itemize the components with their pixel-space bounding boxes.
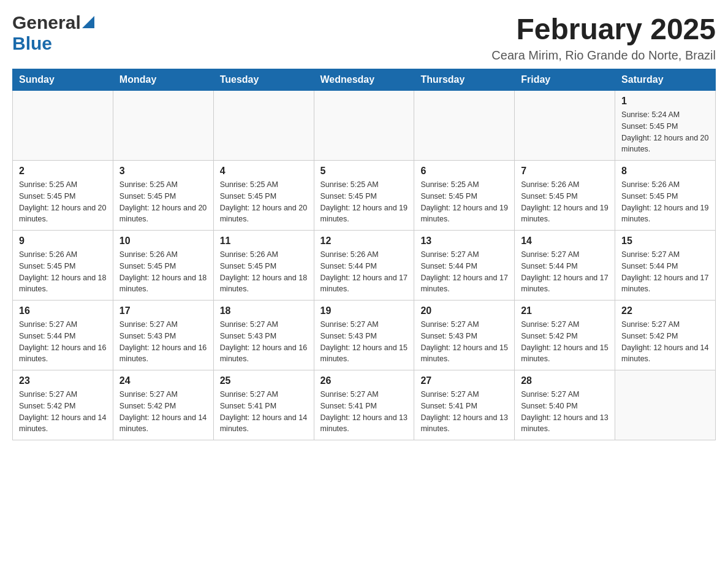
calendar-day-cell: 20Sunrise: 5:27 AM Sunset: 5:43 PM Dayli…: [414, 301, 515, 370]
calendar-subtitle: Ceara Mirim, Rio Grande do Norte, Brazil: [491, 48, 716, 63]
calendar-week-row: 16Sunrise: 5:27 AM Sunset: 5:44 PM Dayli…: [13, 301, 716, 370]
day-info: Sunrise: 5:25 AM Sunset: 5:45 PM Dayligh…: [420, 179, 508, 225]
day-info: Sunrise: 5:27 AM Sunset: 5:43 PM Dayligh…: [220, 319, 308, 365]
day-info: Sunrise: 5:27 AM Sunset: 5:42 PM Dayligh…: [521, 319, 609, 365]
day-number: 8: [621, 166, 709, 177]
calendar-day-header: Monday: [113, 69, 213, 91]
day-number: 24: [119, 375, 207, 386]
calendar-week-row: 2Sunrise: 5:25 AM Sunset: 5:45 PM Daylig…: [13, 161, 716, 231]
day-number: 22: [621, 305, 709, 316]
calendar-day-cell: 5Sunrise: 5:25 AM Sunset: 5:45 PM Daylig…: [314, 161, 414, 231]
day-number: 17: [119, 305, 207, 316]
calendar-day-cell: 24Sunrise: 5:27 AM Sunset: 5:42 PM Dayli…: [113, 370, 213, 440]
calendar-day-cell: 28Sunrise: 5:27 AM Sunset: 5:40 PM Dayli…: [515, 370, 615, 440]
calendar-day-header: Friday: [515, 69, 615, 91]
day-info: Sunrise: 5:26 AM Sunset: 5:45 PM Dayligh…: [220, 249, 308, 295]
day-info: Sunrise: 5:27 AM Sunset: 5:41 PM Dayligh…: [320, 389, 408, 435]
calendar-day-cell: [314, 91, 414, 161]
calendar-day-cell: 13Sunrise: 5:27 AM Sunset: 5:44 PM Dayli…: [414, 231, 515, 301]
calendar-header-row: SundayMondayTuesdayWednesdayThursdayFrid…: [13, 69, 716, 91]
day-number: 18: [220, 305, 308, 316]
calendar-day-header: Wednesday: [314, 69, 414, 91]
calendar-week-row: 1Sunrise: 5:24 AM Sunset: 5:45 PM Daylig…: [13, 91, 716, 161]
calendar-day-cell: 19Sunrise: 5:27 AM Sunset: 5:43 PM Dayli…: [314, 301, 414, 370]
calendar-day-cell: [113, 91, 213, 161]
day-number: 10: [119, 236, 207, 247]
calendar-day-cell: 14Sunrise: 5:27 AM Sunset: 5:44 PM Dayli…: [515, 231, 615, 301]
calendar-day-cell: 17Sunrise: 5:27 AM Sunset: 5:43 PM Dayli…: [113, 301, 213, 370]
day-number: 2: [19, 166, 107, 177]
day-number: 3: [119, 166, 207, 177]
calendar-title: February 2025: [491, 12, 716, 46]
calendar-day-cell: 10Sunrise: 5:26 AM Sunset: 5:45 PM Dayli…: [113, 231, 213, 301]
calendar-day-cell: [13, 91, 113, 161]
calendar-header: SundayMondayTuesdayWednesdayThursdayFrid…: [13, 69, 716, 91]
day-info: Sunrise: 5:27 AM Sunset: 5:42 PM Dayligh…: [621, 319, 709, 365]
calendar-day-cell: 7Sunrise: 5:26 AM Sunset: 5:45 PM Daylig…: [515, 161, 615, 231]
day-info: Sunrise: 5:27 AM Sunset: 5:44 PM Dayligh…: [420, 249, 508, 295]
calendar-day-cell: 9Sunrise: 5:26 AM Sunset: 5:45 PM Daylig…: [13, 231, 113, 301]
calendar-day-cell: 1Sunrise: 5:24 AM Sunset: 5:45 PM Daylig…: [615, 91, 716, 161]
day-info: Sunrise: 5:27 AM Sunset: 5:44 PM Dayligh…: [621, 249, 709, 295]
logo: General Blue: [12, 12, 94, 54]
day-info: Sunrise: 5:27 AM Sunset: 5:43 PM Dayligh…: [420, 319, 508, 365]
day-number: 4: [220, 166, 308, 177]
calendar-day-cell: 16Sunrise: 5:27 AM Sunset: 5:44 PM Dayli…: [13, 301, 113, 370]
day-info: Sunrise: 5:25 AM Sunset: 5:45 PM Dayligh…: [19, 179, 107, 225]
day-number: 21: [521, 305, 609, 316]
calendar-day-cell: [414, 91, 515, 161]
calendar-day-cell: 3Sunrise: 5:25 AM Sunset: 5:45 PM Daylig…: [113, 161, 213, 231]
day-number: 26: [320, 375, 408, 386]
day-number: 14: [521, 236, 609, 247]
day-number: 6: [420, 166, 508, 177]
svg-marker-0: [82, 16, 94, 28]
day-info: Sunrise: 5:26 AM Sunset: 5:45 PM Dayligh…: [621, 179, 709, 225]
day-info: Sunrise: 5:27 AM Sunset: 5:40 PM Dayligh…: [521, 389, 609, 435]
day-info: Sunrise: 5:27 AM Sunset: 5:43 PM Dayligh…: [320, 319, 408, 365]
logo-arrow-icon: [82, 16, 94, 28]
day-number: 12: [320, 236, 408, 247]
calendar-day-cell: 15Sunrise: 5:27 AM Sunset: 5:44 PM Dayli…: [615, 231, 716, 301]
calendar-day-cell: 12Sunrise: 5:26 AM Sunset: 5:44 PM Dayli…: [314, 231, 414, 301]
calendar-day-cell: 8Sunrise: 5:26 AM Sunset: 5:45 PM Daylig…: [615, 161, 716, 231]
calendar-body: 1Sunrise: 5:24 AM Sunset: 5:45 PM Daylig…: [13, 91, 716, 440]
day-number: 13: [420, 236, 508, 247]
calendar-week-row: 9Sunrise: 5:26 AM Sunset: 5:45 PM Daylig…: [13, 231, 716, 301]
calendar-week-row: 23Sunrise: 5:27 AM Sunset: 5:42 PM Dayli…: [13, 370, 716, 440]
calendar-day-cell: 6Sunrise: 5:25 AM Sunset: 5:45 PM Daylig…: [414, 161, 515, 231]
day-info: Sunrise: 5:26 AM Sunset: 5:45 PM Dayligh…: [521, 179, 609, 225]
day-number: 20: [420, 305, 508, 316]
calendar-day-cell: 23Sunrise: 5:27 AM Sunset: 5:42 PM Dayli…: [13, 370, 113, 440]
day-info: Sunrise: 5:25 AM Sunset: 5:45 PM Dayligh…: [220, 179, 308, 225]
day-info: Sunrise: 5:24 AM Sunset: 5:45 PM Dayligh…: [621, 109, 709, 155]
day-info: Sunrise: 5:26 AM Sunset: 5:45 PM Dayligh…: [19, 249, 107, 295]
calendar-day-cell: 11Sunrise: 5:26 AM Sunset: 5:45 PM Dayli…: [213, 231, 314, 301]
day-info: Sunrise: 5:25 AM Sunset: 5:45 PM Dayligh…: [320, 179, 408, 225]
calendar-day-cell: 25Sunrise: 5:27 AM Sunset: 5:41 PM Dayli…: [213, 370, 314, 440]
day-info: Sunrise: 5:27 AM Sunset: 5:42 PM Dayligh…: [119, 389, 207, 435]
day-number: 1: [621, 96, 709, 107]
day-info: Sunrise: 5:27 AM Sunset: 5:41 PM Dayligh…: [220, 389, 308, 435]
logo-general-text: General: [12, 12, 81, 33]
logo-blue-text: Blue: [12, 33, 52, 53]
day-number: 15: [621, 236, 709, 247]
day-number: 23: [19, 375, 107, 386]
day-number: 28: [521, 375, 609, 386]
day-info: Sunrise: 5:27 AM Sunset: 5:42 PM Dayligh…: [19, 389, 107, 435]
day-number: 5: [320, 166, 408, 177]
calendar-day-cell: 22Sunrise: 5:27 AM Sunset: 5:42 PM Dayli…: [615, 301, 716, 370]
day-info: Sunrise: 5:27 AM Sunset: 5:43 PM Dayligh…: [119, 319, 207, 365]
calendar-table: SundayMondayTuesdayWednesdayThursdayFrid…: [12, 69, 716, 440]
day-number: 9: [19, 236, 107, 247]
calendar-day-cell: 2Sunrise: 5:25 AM Sunset: 5:45 PM Daylig…: [13, 161, 113, 231]
calendar-day-header: Tuesday: [213, 69, 314, 91]
calendar-day-cell: 26Sunrise: 5:27 AM Sunset: 5:41 PM Dayli…: [314, 370, 414, 440]
calendar-day-header: Saturday: [615, 69, 716, 91]
day-number: 7: [521, 166, 609, 177]
title-section: February 2025 Ceara Mirim, Rio Grande do…: [491, 12, 716, 63]
calendar-day-cell: 18Sunrise: 5:27 AM Sunset: 5:43 PM Dayli…: [213, 301, 314, 370]
day-number: 11: [220, 236, 308, 247]
calendar-day-cell: 27Sunrise: 5:27 AM Sunset: 5:41 PM Dayli…: [414, 370, 515, 440]
day-info: Sunrise: 5:27 AM Sunset: 5:41 PM Dayligh…: [420, 389, 508, 435]
day-number: 25: [220, 375, 308, 386]
